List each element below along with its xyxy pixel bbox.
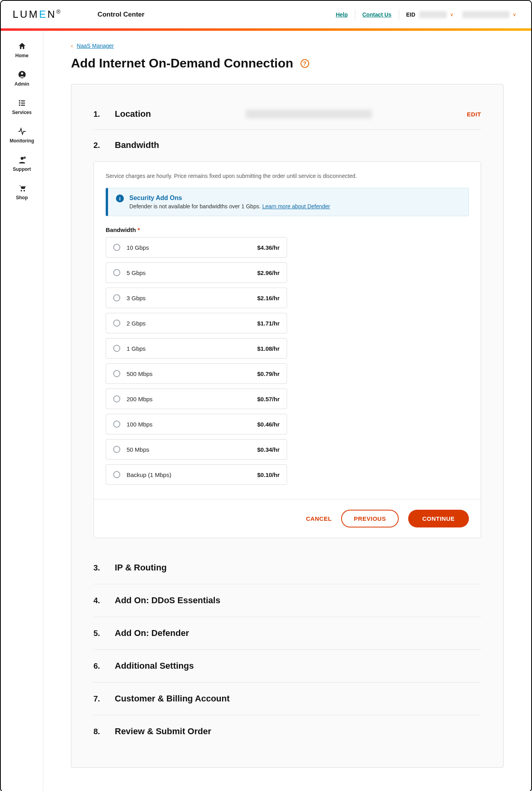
step-defender[interactable]: 5. Add On: Defender xyxy=(93,617,481,650)
step-title: Location xyxy=(115,109,151,119)
step-review[interactable]: 8. Review & Submit Order xyxy=(93,715,481,748)
lumen-logo: LUMEN® xyxy=(13,8,62,21)
option-label: 5 Gbps xyxy=(127,269,146,276)
edit-location-button[interactable]: EDIT xyxy=(467,111,481,118)
page-title: Add Internet On-Demand Connection xyxy=(71,56,293,71)
bandwidth-option[interactable]: Backup (1 Mbps) $0.10/hr xyxy=(106,464,287,485)
step-billing[interactable]: 7. Customer & Billing Account xyxy=(93,683,481,715)
step-number: 8. xyxy=(93,727,103,736)
eid-value-redacted xyxy=(419,11,447,18)
bandwidth-option[interactable]: 500 Mbps $0.79/hr xyxy=(106,363,287,384)
list-icon xyxy=(18,99,26,107)
step-actions: CANCEL PREVIOUS CONTINUE xyxy=(94,499,481,538)
option-price: $1.71/hr xyxy=(257,320,280,327)
callout-title: Security Add Ons xyxy=(129,194,330,202)
help-link[interactable]: Help xyxy=(329,11,355,18)
sidebar-item-support[interactable]: Support xyxy=(1,150,43,178)
step-number: 5. xyxy=(93,629,103,638)
step-additional-settings[interactable]: 6. Additional Settings xyxy=(93,650,481,683)
sidebar-item-services[interactable]: Services xyxy=(1,93,43,122)
breadcrumb[interactable]: ‹ NaaS Manager xyxy=(71,43,504,49)
chevron-down-icon[interactable]: ∨ xyxy=(447,12,457,17)
step-location: 1. Location EDIT xyxy=(93,100,481,128)
cart-icon xyxy=(18,184,26,193)
svg-point-11 xyxy=(23,190,25,192)
step-number: 2. xyxy=(93,141,103,150)
step-number: 7. xyxy=(93,694,103,703)
pulse-icon xyxy=(18,127,26,136)
option-label: 50 Mbps xyxy=(127,446,149,453)
bandwidth-option[interactable]: 10 Gbps $4.36/hr xyxy=(106,237,287,258)
step-title: Review & Submit Order xyxy=(115,726,211,737)
svg-point-4 xyxy=(19,102,20,104)
step-title: IP & Routing xyxy=(115,563,167,573)
radio-icon xyxy=(113,446,120,453)
step-bandwidth: 2. Bandwidth xyxy=(93,131,481,159)
svg-point-6 xyxy=(19,105,20,106)
radio-icon xyxy=(113,395,120,402)
bandwidth-option[interactable]: 50 Mbps $0.34/hr xyxy=(106,439,287,460)
step-title: Bandwidth xyxy=(115,140,159,150)
callout-body: Defender is not available for bandwidths… xyxy=(129,203,330,209)
svg-rect-5 xyxy=(21,103,25,103)
bandwidth-option[interactable]: 100 Mbps $0.46/hr xyxy=(106,414,287,434)
svg-point-1 xyxy=(21,73,23,75)
option-label: 200 Mbps xyxy=(127,396,153,402)
bandwidth-option[interactable]: 2 Gbps $1.71/hr xyxy=(106,313,287,333)
chevron-left-icon: ‹ xyxy=(71,43,73,49)
sidebar-item-label: Admin xyxy=(15,81,29,87)
sidebar-item-admin[interactable]: Admin xyxy=(1,65,43,93)
wizard-panel: 1. Location EDIT 2. Bandwidth Service ch… xyxy=(71,84,504,768)
option-label: 2 Gbps xyxy=(127,320,146,327)
previous-button[interactable]: PREVIOUS xyxy=(341,510,399,527)
option-price: $2.16/hr xyxy=(257,295,280,301)
sidebar-item-home[interactable]: Home xyxy=(1,36,43,65)
svg-rect-7 xyxy=(21,105,25,106)
radio-icon xyxy=(113,269,120,276)
bandwidth-field-label: Bandwidth * xyxy=(106,226,469,233)
step-ddos[interactable]: 4. Add On: DDoS Essentials xyxy=(93,584,481,617)
radio-icon xyxy=(113,294,120,301)
bandwidth-option[interactable]: 200 Mbps $0.57/hr xyxy=(106,389,287,409)
sidebar-item-monitoring[interactable]: Monitoring xyxy=(1,122,43,150)
chevron-down-icon[interactable]: ∨ xyxy=(510,12,519,17)
location-value-redacted xyxy=(246,110,372,118)
radio-icon xyxy=(113,471,120,478)
step-title: Add On: Defender xyxy=(115,628,189,638)
option-price: $4.36/hr xyxy=(257,244,280,251)
sidebar-item-label: Shop xyxy=(16,195,28,200)
bandwidth-option[interactable]: 3 Gbps $2.16/hr xyxy=(106,288,287,308)
svg-point-10 xyxy=(21,190,22,192)
option-price: $0.10/hr xyxy=(257,471,280,478)
bandwidth-option[interactable]: 5 Gbps $2.96/hr xyxy=(106,262,287,283)
svg-point-8 xyxy=(21,157,23,160)
continue-button[interactable]: CONTINUE xyxy=(408,510,469,527)
option-label: Backup (1 Mbps) xyxy=(127,471,171,478)
sidebar-item-label: Monitoring xyxy=(10,138,34,144)
step-ip-routing[interactable]: 3. IP & Routing xyxy=(93,552,481,584)
sidebar-item-label: Services xyxy=(12,110,32,115)
bandwidth-option[interactable]: 1 Gbps $1.08/hr xyxy=(106,338,287,359)
sidebar: Home Admin Services Monitoring Support S… xyxy=(1,31,43,791)
user-circle-icon xyxy=(18,70,26,79)
help-circle-icon[interactable]: ? xyxy=(301,59,309,68)
info-icon: i xyxy=(116,194,124,202)
cancel-button[interactable]: CANCEL xyxy=(306,515,332,522)
sidebar-item-shop[interactable]: Shop xyxy=(1,178,43,207)
breadcrumb-label: NaaS Manager xyxy=(77,43,114,49)
callout-text: Defender is not available for bandwidths… xyxy=(129,203,262,209)
option-price: $0.46/hr xyxy=(257,421,280,428)
sidebar-item-label: Support xyxy=(13,166,31,172)
bandwidth-options: 10 Gbps $4.36/hr 5 Gbps $2.96/hr 3 Gbps xyxy=(106,237,469,485)
radio-icon xyxy=(113,421,120,428)
learn-more-defender-link[interactable]: Learn more about Defender xyxy=(262,203,330,209)
option-label: 500 Mbps xyxy=(127,370,153,377)
option-label: 1 Gbps xyxy=(127,345,146,352)
pricing-note: Service charges are hourly. Price remain… xyxy=(106,173,469,179)
step-title: Customer & Billing Account xyxy=(115,694,230,704)
option-price: $1.08/hr xyxy=(257,345,280,352)
bandwidth-card: Service charges are hourly. Price remain… xyxy=(93,161,481,538)
svg-rect-3 xyxy=(21,101,25,101)
step-number: 3. xyxy=(93,563,103,572)
contact-link[interactable]: Contact Us xyxy=(355,11,399,18)
